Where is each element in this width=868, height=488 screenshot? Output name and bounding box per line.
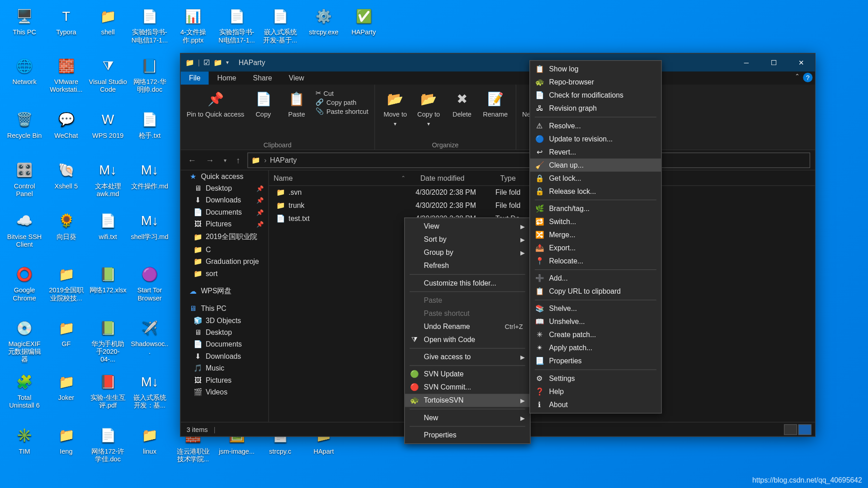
- view-details-button[interactable]: [784, 424, 797, 435]
- copy-button[interactable]: 📄Copy: [249, 87, 278, 118]
- menu-item[interactable]: ⚙Settings: [530, 372, 661, 385]
- desktop-icon[interactable]: 📗网络172.xlsx: [88, 265, 128, 295]
- nav-item[interactable]: 📄Documents: [181, 338, 269, 350]
- menu-item[interactable]: 🔴SVN Commit...: [405, 381, 530, 394]
- menu-item[interactable]: 🔁Switch...: [530, 215, 661, 228]
- qat-check-icon[interactable]: ☑: [203, 58, 210, 66]
- help-icon[interactable]: ?: [803, 73, 812, 82]
- tab-home[interactable]: Home: [209, 71, 245, 84]
- menu-item[interactable]: ⧩Open with Code: [405, 333, 530, 346]
- col-date[interactable]: Date modified: [415, 174, 495, 182]
- menu-item[interactable]: Undo RenameCtrl+Z: [405, 320, 530, 333]
- tab-share[interactable]: Share: [245, 71, 280, 84]
- desktop-icon[interactable]: 📄网络172-许学佳.doc: [88, 426, 128, 463]
- menu-item[interactable]: ℹAbout: [530, 398, 661, 411]
- menu-item[interactable]: ✳Create patch...: [530, 328, 661, 342]
- menu-item[interactable]: 📋Copy URL to clipboard: [530, 285, 661, 298]
- desktop-icon[interactable]: M↓文本处理awk.md: [88, 161, 128, 198]
- menu-item[interactable]: ❓Help: [530, 385, 661, 398]
- nav-wps[interactable]: ☁WPS网盘: [181, 284, 269, 298]
- maximize-button[interactable]: ☐: [760, 54, 788, 72]
- desktop-icon[interactable]: 🐚Xshell 5: [46, 161, 87, 190]
- nav-item[interactable]: 🎬Videos: [181, 386, 269, 398]
- menu-item[interactable]: Sort by▶: [405, 233, 530, 246]
- desktop-icon[interactable]: 🖥️This PC: [4, 7, 45, 37]
- back-button[interactable]: ←: [185, 153, 198, 167]
- forward-button[interactable]: →: [203, 153, 217, 167]
- desktop-icon[interactable]: M↓嵌入式系统开发：基...: [129, 372, 170, 409]
- desktop-icon[interactable]: WWPS 2019: [88, 110, 128, 140]
- recent-dropdown[interactable]: ▾: [221, 155, 229, 165]
- menu-item[interactable]: ↩Revert...: [530, 145, 661, 159]
- copy-to-button[interactable]: 📂Copy to▾: [414, 87, 443, 128]
- paste-button[interactable]: 📋Paste: [283, 87, 311, 118]
- menu-item[interactable]: Refresh: [405, 259, 530, 272]
- desktop-icon[interactable]: ☁️Bitvise SSH Client: [4, 211, 45, 249]
- ribbon-collapse-icon[interactable]: ⌃: [795, 73, 800, 80]
- menu-item[interactable]: 🔵Update to revision...: [530, 132, 661, 145]
- desktop-icon[interactable]: ✳️TIM: [4, 426, 45, 455]
- menu-item[interactable]: 🐢Repo-browser: [530, 75, 661, 89]
- menu-item[interactable]: 🔀Merge...: [530, 228, 661, 241]
- desktop-icon[interactable]: TTypora: [46, 7, 87, 37]
- menu-item[interactable]: 📄Check for modifications: [530, 89, 661, 102]
- desktop-icon[interactable]: 🟣Start Tor Browser: [129, 265, 170, 302]
- desktop-icon[interactable]: 💿MagicEXIF 元数据编辑器: [4, 319, 45, 364]
- cut-button[interactable]: ✂Cut: [316, 89, 368, 97]
- copy-path-button[interactable]: 🔗Copy path: [316, 99, 368, 106]
- desktop-icon[interactable]: ⚙️strcpy.exe: [303, 7, 344, 37]
- up-button[interactable]: ↑: [234, 153, 243, 167]
- tab-file[interactable]: File: [181, 71, 209, 84]
- minimize-button[interactable]: ─: [733, 54, 760, 72]
- delete-button[interactable]: ✖Delete: [448, 87, 476, 118]
- menu-item[interactable]: 📚Shelve...: [530, 302, 661, 315]
- nav-item[interactable]: ⬇Downloads📌: [181, 194, 269, 206]
- menu-item[interactable]: Customize this folder...: [405, 277, 530, 290]
- menu-item[interactable]: View▶: [405, 220, 530, 233]
- desktop-icon[interactable]: 📄wifi.txt: [88, 211, 128, 241]
- desktop-icon[interactable]: 📗华为手机助手2020-04-...: [88, 319, 128, 364]
- nav-quick-access[interactable]: ★Quick access: [181, 170, 269, 182]
- view-large-button[interactable]: [798, 424, 811, 435]
- nav-item[interactable]: 🖥Desktop📌: [181, 183, 269, 194]
- nav-item[interactable]: 🎵Music: [181, 362, 269, 374]
- menu-item[interactable]: Paste: [405, 294, 530, 307]
- nav-item[interactable]: 📁C: [181, 244, 269, 255]
- desktop-icon[interactable]: 📘网络172-华明帅.doc: [129, 56, 170, 94]
- breadcrumb-segment[interactable]: HAParty: [270, 156, 297, 164]
- desktop-icon[interactable]: 📁Ieng: [46, 426, 87, 455]
- col-name[interactable]: Name⌃: [269, 174, 415, 182]
- desktop-icon[interactable]: ✅HAParty: [344, 7, 384, 37]
- menu-item[interactable]: 🔒Get lock...: [530, 172, 661, 185]
- desktop-icon[interactable]: 📊4-文件操作.pptx: [173, 7, 213, 44]
- menu-item[interactable]: 🖧Revision graph: [530, 102, 661, 115]
- menu-item[interactable]: 🐢TortoiseSVN▶: [405, 394, 530, 407]
- nav-item[interactable]: 🖼Pictures📌: [181, 218, 269, 230]
- desktop-icon[interactable]: 📕实验-生生互评.pdf: [88, 372, 128, 409]
- pin-quick-access-button[interactable]: 📌Pin to Quick access: [187, 87, 244, 118]
- nav-this-pc[interactable]: 🖥This PC: [181, 303, 269, 314]
- menu-item[interactable]: ✴Apply patch...: [530, 342, 661, 355]
- paste-shortcut-button[interactable]: 📎Paste shortcut: [316, 107, 368, 115]
- menu-item[interactable]: 🧹Clean up...: [530, 159, 661, 172]
- menu-item[interactable]: Paste shortcut: [405, 307, 530, 320]
- rename-button[interactable]: 📝Rename: [481, 87, 509, 118]
- menu-item[interactable]: 📃Properties: [530, 355, 661, 368]
- menu-item[interactable]: 🔓Release lock...: [530, 185, 661, 198]
- menu-item[interactable]: Group by▶: [405, 246, 530, 259]
- nav-item[interactable]: 📁2019全国职业院: [181, 230, 269, 244]
- desktop-icon[interactable]: M↓文件操作.md: [129, 161, 170, 190]
- close-button[interactable]: ✕: [788, 54, 815, 72]
- nav-item[interactable]: 🖼Pictures: [181, 374, 269, 386]
- menu-item[interactable]: 📤Export...: [530, 241, 661, 254]
- menu-item[interactable]: 🟢SVN Update: [405, 368, 530, 381]
- desktop-icon[interactable]: 📄实验指导书-N电信17-1...: [129, 7, 170, 44]
- nav-item[interactable]: 📁sort: [181, 267, 269, 279]
- menu-item[interactable]: ➕Add...: [530, 272, 661, 285]
- desktop-icon[interactable]: 🧱VMware Workstati...: [46, 56, 87, 94]
- nav-item[interactable]: 🖥Desktop: [181, 327, 269, 338]
- desktop-icon[interactable]: M↓shell学习.md: [129, 211, 170, 241]
- desktop-icon[interactable]: ⭕Google Chrome: [4, 265, 45, 302]
- desktop-icon[interactable]: 📄嵌入式系统开发-基于...: [260, 7, 301, 44]
- desktop-icon[interactable]: 📄实验指导书-N电信17-1...: [217, 7, 257, 44]
